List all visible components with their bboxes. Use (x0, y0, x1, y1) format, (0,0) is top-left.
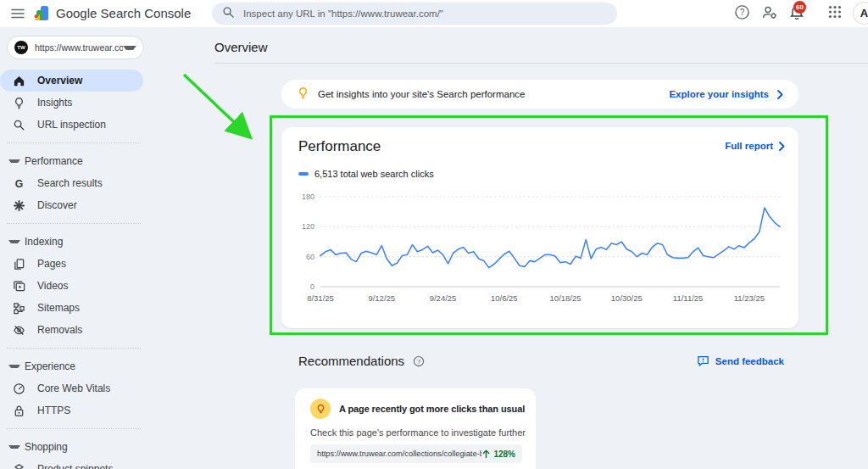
chart-legend: 6,513 total web search clicks (298, 169, 434, 179)
videos-icon (12, 279, 25, 293)
sidebar-item-videos[interactable]: Videos (0, 275, 143, 297)
svg-text:?: ? (417, 357, 420, 365)
property-url-label: https://www.truwear.co... (35, 42, 123, 53)
sidebar-item-product-snippets[interactable]: Product snippets (0, 458, 143, 469)
sidebar-item-overview[interactable]: Overview (0, 70, 143, 92)
lock-icon (12, 404, 25, 417)
sidebar-item-pages[interactable]: Pages (0, 253, 143, 275)
explore-insights-link[interactable]: Explore your insights (669, 89, 783, 99)
svg-text:60: 60 (306, 253, 314, 261)
recommendations-header: Recommendations ? Send feedback (298, 354, 784, 368)
search-icon (222, 6, 235, 22)
performance-card-title: Performance (298, 138, 381, 155)
page-url-chip[interactable]: https://www.truwear.com/collections/coll… (310, 444, 522, 463)
svg-text:11/23/25: 11/23/25 (734, 293, 765, 303)
notification-count-badge: 60 (793, 1, 806, 14)
svg-text:8/31/25: 8/31/25 (307, 293, 334, 303)
insights-banner-text: Get insights into your site's Search per… (318, 89, 525, 99)
lightbulb-icon (12, 96, 25, 109)
sidebar-item-https[interactable]: HTTPS (0, 399, 143, 422)
sidebar-item-search-results[interactable]: G Search results (0, 172, 143, 194)
page-title: Overview (214, 40, 268, 54)
google-search-console-app: Google Search Console Inspect any URL in… (0, 0, 868, 469)
property-favicon: TW (14, 41, 28, 54)
chevron-down-icon (8, 445, 20, 449)
clicks-delta: 128% (493, 449, 515, 459)
google-g-icon: G (12, 176, 25, 190)
top-bar: Google Search Console Inspect any URL in… (0, 0, 868, 27)
full-report-link[interactable]: Full report (725, 141, 785, 151)
sidebar-divider (7, 428, 141, 429)
sidebar-divider (7, 142, 141, 143)
recommendation-title: A page recently got more clicks than usu… (339, 404, 525, 414)
search-icon (12, 118, 25, 131)
page-url: https://www.truwear.com/collections/coll… (317, 449, 481, 458)
chevron-down-icon (8, 159, 20, 163)
svg-text:11/11/25: 11/11/25 (673, 293, 704, 303)
sidebar-divider (7, 348, 141, 349)
arrow-up-icon (481, 449, 491, 459)
lightbulb-icon (310, 399, 331, 419)
sidebar-divider (7, 223, 141, 224)
sidebar-item-core-web-vitals[interactable]: Core Web Vitals (0, 377, 143, 399)
search-console-logo-icon (32, 4, 51, 23)
chevron-down-icon (123, 46, 136, 50)
chevron-down-icon (8, 240, 20, 243)
sidebar-item-removals[interactable]: Removals (0, 319, 143, 341)
sidebar-section-performance[interactable]: Performance (0, 150, 151, 172)
svg-text:10/30/25: 10/30/25 (611, 293, 643, 303)
chevron-right-icon (777, 90, 783, 99)
chevron-down-icon (8, 365, 20, 368)
sitemaps-icon (12, 301, 25, 315)
pages-icon (12, 257, 25, 271)
apps-grid-icon[interactable] (827, 4, 844, 21)
sidebar-item-url-inspection[interactable]: URL inspection (0, 114, 143, 136)
title-divider (214, 63, 868, 64)
sidebar: TW https://www.truwear.co... Overview In… (0, 27, 151, 469)
svg-text:G: G (14, 177, 22, 189)
svg-text:9/24/25: 9/24/25 (430, 293, 457, 303)
product-snippets-icon (12, 462, 25, 469)
hamburger-menu-icon[interactable] (10, 6, 25, 21)
sidebar-section-shopping[interactable]: Shopping (0, 436, 151, 458)
discover-icon (12, 198, 25, 212)
sidebar-nav: Overview Insights URL inspection Perform… (0, 70, 151, 469)
feedback-icon (697, 355, 709, 367)
clicks-line-chart[interactable]: 0601201808/31/259/12/259/24/2510/6/2510/… (295, 188, 785, 315)
app-title: Google Search Console (56, 6, 191, 20)
insights-banner: Get insights into your site's Search per… (281, 80, 798, 109)
recommendations-title: Recommendations (298, 354, 404, 368)
lightbulb-icon (297, 87, 309, 103)
manage-users-icon[interactable] (761, 4, 778, 21)
sidebar-item-discover[interactable]: Discover (0, 194, 143, 216)
svg-text:180: 180 (302, 193, 314, 201)
search-placeholder: Inspect any URL in "https://www.truwear.… (243, 8, 443, 19)
sidebar-item-insights[interactable]: Insights (0, 92, 143, 114)
url-inspection-search-input[interactable]: Inspect any URL in "https://www.truwear.… (212, 3, 617, 25)
performance-card: Performance Full report 6,513 total web … (281, 127, 798, 328)
home-icon (12, 74, 25, 87)
recommendation-subtitle: Check this page's performance to investi… (310, 427, 526, 438)
sidebar-section-indexing[interactable]: Indexing (0, 231, 151, 253)
core-web-vitals-icon (12, 382, 25, 395)
svg-text:?: ? (740, 8, 745, 17)
sidebar-section-experience[interactable]: Experience (0, 355, 151, 377)
legend-label: 6,513 total web search clicks (314, 169, 434, 179)
help-icon[interactable]: ? (734, 4, 751, 21)
removals-icon (12, 323, 25, 337)
send-feedback-link[interactable]: Send feedback (697, 355, 784, 367)
recommendation-card: A page recently got more clicks than usu… (295, 388, 536, 469)
sidebar-item-sitemaps[interactable]: Sitemaps (0, 297, 143, 319)
svg-text:0: 0 (310, 282, 314, 291)
svg-text:9/12/25: 9/12/25 (368, 293, 395, 303)
chevron-right-icon (779, 142, 785, 151)
svg-text:10/18/25: 10/18/25 (550, 293, 581, 303)
svg-text:120: 120 (302, 222, 314, 231)
help-circle-icon[interactable]: ? (413, 355, 425, 367)
legend-dash-icon (298, 172, 309, 176)
property-selector[interactable]: TW https://www.truwear.co... (7, 36, 144, 59)
svg-text:10/6/25: 10/6/25 (491, 293, 518, 303)
avatar[interactable]: A (853, 2, 868, 25)
